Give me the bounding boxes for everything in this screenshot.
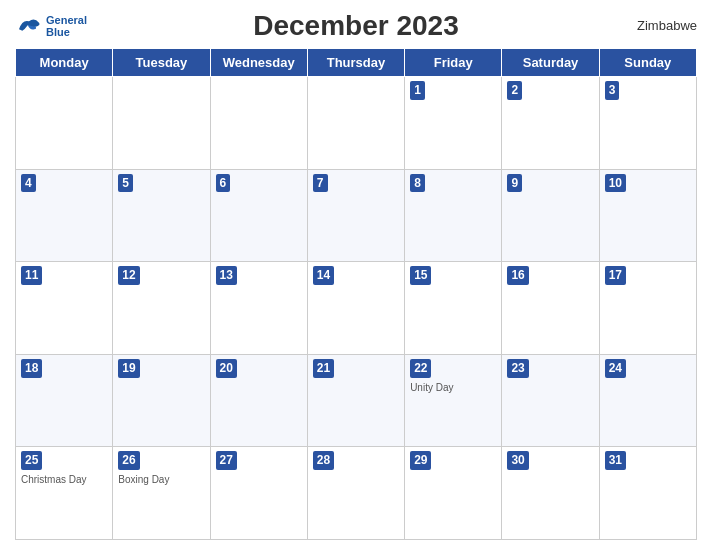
logo: General Blue [15, 15, 87, 38]
logo-text-blue: Blue [46, 26, 87, 38]
calendar-cell: 11 [16, 262, 113, 355]
calendar-cell: 14 [307, 262, 404, 355]
day-number: 12 [118, 266, 139, 285]
day-number: 3 [605, 81, 620, 100]
logo-icon [15, 16, 43, 36]
day-number: 7 [313, 174, 328, 193]
calendar-cell [210, 77, 307, 170]
day-number: 21 [313, 359, 334, 378]
calendar-cell: 13 [210, 262, 307, 355]
day-number: 29 [410, 451, 431, 470]
calendar-week-3: 11121314151617 [16, 262, 697, 355]
weekday-header-thursday: Thursday [307, 49, 404, 77]
day-number: 10 [605, 174, 626, 193]
calendar-cell: 25Christmas Day [16, 447, 113, 540]
day-number: 2 [507, 81, 522, 100]
event-label: Boxing Day [118, 474, 204, 485]
day-number: 13 [216, 266, 237, 285]
day-number: 27 [216, 451, 237, 470]
calendar-header-row: MondayTuesdayWednesdayThursdayFridaySatu… [16, 49, 697, 77]
calendar-body: 12345678910111213141516171819202122Unity… [16, 77, 697, 540]
calendar-cell: 3 [599, 77, 696, 170]
calendar-cell: 22Unity Day [405, 354, 502, 447]
day-number: 23 [507, 359, 528, 378]
calendar-week-4: 1819202122Unity Day2324 [16, 354, 697, 447]
weekday-header-monday: Monday [16, 49, 113, 77]
calendar-table: MondayTuesdayWednesdayThursdayFridaySatu… [15, 48, 697, 540]
calendar-cell [307, 77, 404, 170]
calendar-cell: 12 [113, 262, 210, 355]
calendar-cell: 16 [502, 262, 599, 355]
calendar-header: General Blue December 2023 Zimbabwe [15, 10, 697, 42]
calendar-cell: 9 [502, 169, 599, 262]
day-number: 18 [21, 359, 42, 378]
day-number: 31 [605, 451, 626, 470]
day-number: 1 [410, 81, 425, 100]
day-number: 15 [410, 266, 431, 285]
day-number: 26 [118, 451, 139, 470]
day-number: 16 [507, 266, 528, 285]
weekday-header-wednesday: Wednesday [210, 49, 307, 77]
calendar-week-1: 123 [16, 77, 697, 170]
calendar-week-5: 25Christmas Day26Boxing Day2728293031 [16, 447, 697, 540]
calendar-cell: 15 [405, 262, 502, 355]
weekday-header-friday: Friday [405, 49, 502, 77]
day-number: 20 [216, 359, 237, 378]
calendar-cell: 6 [210, 169, 307, 262]
calendar-cell: 27 [210, 447, 307, 540]
calendar-cell: 28 [307, 447, 404, 540]
calendar-cell: 17 [599, 262, 696, 355]
calendar-cell: 30 [502, 447, 599, 540]
calendar-cell: 29 [405, 447, 502, 540]
calendar-cell: 5 [113, 169, 210, 262]
calendar-cell: 26Boxing Day [113, 447, 210, 540]
day-number: 6 [216, 174, 231, 193]
day-number: 17 [605, 266, 626, 285]
day-number: 5 [118, 174, 133, 193]
calendar-cell: 19 [113, 354, 210, 447]
weekday-header-tuesday: Tuesday [113, 49, 210, 77]
day-number: 24 [605, 359, 626, 378]
day-number: 30 [507, 451, 528, 470]
calendar-cell: 31 [599, 447, 696, 540]
logo-text-general: General [46, 15, 87, 26]
calendar-cell: 20 [210, 354, 307, 447]
weekday-header-sunday: Sunday [599, 49, 696, 77]
calendar-week-2: 45678910 [16, 169, 697, 262]
calendar-cell [16, 77, 113, 170]
event-label: Unity Day [410, 382, 496, 393]
calendar-cell: 21 [307, 354, 404, 447]
calendar-cell: 18 [16, 354, 113, 447]
day-number: 11 [21, 266, 42, 285]
calendar-cell: 4 [16, 169, 113, 262]
calendar-cell [113, 77, 210, 170]
day-number: 14 [313, 266, 334, 285]
day-number: 22 [410, 359, 431, 378]
event-label: Christmas Day [21, 474, 107, 485]
calendar-cell: 2 [502, 77, 599, 170]
calendar-cell: 8 [405, 169, 502, 262]
day-number: 8 [410, 174, 425, 193]
calendar-cell: 23 [502, 354, 599, 447]
day-number: 28 [313, 451, 334, 470]
calendar-cell: 1 [405, 77, 502, 170]
weekday-header-saturday: Saturday [502, 49, 599, 77]
month-title: December 2023 [253, 10, 458, 42]
day-number: 25 [21, 451, 42, 470]
calendar-cell: 10 [599, 169, 696, 262]
day-number: 19 [118, 359, 139, 378]
day-number: 9 [507, 174, 522, 193]
calendar-cell: 7 [307, 169, 404, 262]
calendar-cell: 24 [599, 354, 696, 447]
country-label: Zimbabwe [637, 18, 697, 33]
day-number: 4 [21, 174, 36, 193]
